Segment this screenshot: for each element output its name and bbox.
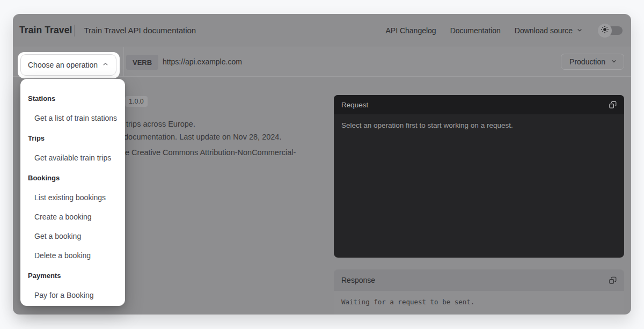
response-empty-state: Waiting for a request to be sent.	[334, 291, 624, 313]
request-empty-state: Select an operation first to start worki…	[334, 114, 624, 136]
menu-item-pay-booking[interactable]: Pay for a Booking	[20, 286, 125, 305]
nav-documentation[interactable]: Documentation	[450, 26, 501, 35]
chevron-up-icon	[102, 61, 109, 69]
menu-item-delete-booking[interactable]: Delete a booking	[20, 246, 125, 265]
copy-icon[interactable]	[609, 276, 617, 284]
menu-item-create-booking[interactable]: Create a booking	[20, 207, 125, 226]
menu-group-stations: Stations	[20, 88, 125, 108]
request-panel-header: Request	[334, 95, 624, 114]
response-panel-header: Response	[334, 269, 624, 291]
menu-item-get-booking[interactable]: Get a booking	[20, 226, 125, 246]
http-method-chip[interactable]: VERB	[126, 55, 158, 70]
menu-item-get-stations[interactable]: Get a list of train stations	[20, 108, 125, 128]
toggle-knob	[598, 24, 612, 38]
app-header: Train Travel Train Travel API documentat…	[13, 14, 631, 47]
environment-select[interactable]: Production	[561, 54, 624, 70]
operation-picker-button[interactable]: Choose an operation	[20, 54, 116, 76]
copy-icon[interactable]	[609, 101, 617, 109]
doc-text-line: e Creative Commons Attribution-NonCommer…	[125, 148, 296, 157]
version-badge: 1.0.0	[125, 96, 148, 107]
page-title: Train Travel API documentation	[84, 26, 196, 35]
menu-item-get-trips[interactable]: Get available train trips	[20, 148, 125, 167]
theme-toggle[interactable]	[598, 24, 623, 38]
chevron-down-icon	[611, 57, 617, 66]
request-url[interactable]: https://api.example.com	[163, 47, 242, 76]
sun-icon	[601, 25, 609, 36]
nav-api-changelog[interactable]: API Changelog	[385, 26, 436, 35]
doc-text-line: trips across Europe.	[126, 120, 195, 128]
doc-text-line: documentation. Last update on Nov 28, 20…	[124, 133, 281, 141]
request-panel-title: Request	[341, 101, 368, 109]
menu-group-payments: Payments	[20, 265, 125, 286]
response-panel: Response Waiting for a request to be sen…	[334, 269, 624, 315]
nav-download-source[interactable]: Download source	[515, 26, 583, 35]
header-nav: API Changelog Documentation Download sou…	[385, 24, 631, 38]
header-divider	[74, 25, 75, 36]
address-bar-divider	[123, 47, 124, 76]
request-panel: Request Select an operation first to sta…	[334, 95, 624, 258]
menu-group-trips: Trips	[20, 128, 125, 148]
chevron-down-icon	[576, 26, 583, 35]
menu-group-bookings: Bookings	[20, 167, 125, 188]
brand-logo: Train Travel	[19, 25, 72, 36]
response-panel-title: Response	[341, 276, 375, 284]
operation-menu: Stations Get a list of train stations Tr…	[20, 79, 125, 306]
menu-item-list-bookings[interactable]: List existing bookings	[20, 188, 125, 207]
